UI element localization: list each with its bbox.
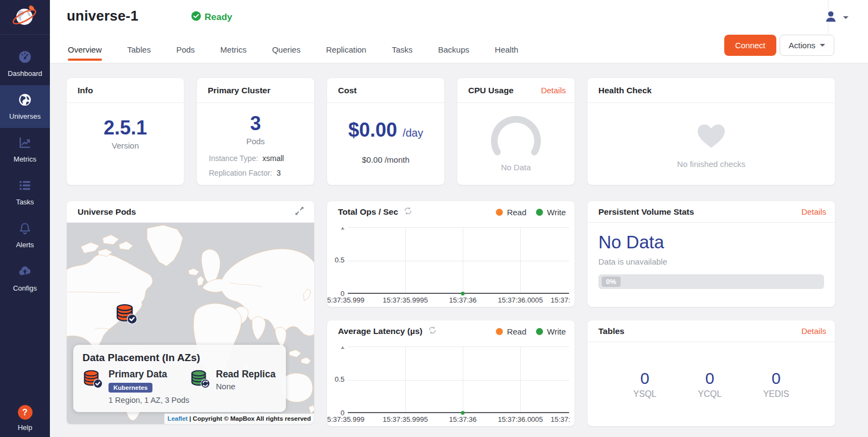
universe-pods-card: Universe Pods (67, 201, 314, 424)
replication-factor-label: Replication Factor: (209, 166, 272, 181)
write-series-dot-icon (536, 209, 543, 216)
sidebar-item-tasks[interactable]: Tasks (0, 171, 50, 214)
write-data-point (461, 411, 465, 415)
leaflet-link[interactable]: Leaflet (168, 415, 188, 422)
primary-cluster-map-marker[interactable] (114, 303, 138, 325)
info-card: Info 2.5.1 Version (67, 78, 184, 185)
y-tick-05: 0.5 (327, 375, 344, 383)
cost-card: Cost $0.00 /day $0.00 /month (327, 78, 444, 185)
tab-queries[interactable]: Queries (272, 40, 301, 63)
status-label: Ready (205, 12, 232, 23)
sidebar-item-alerts[interactable]: Alerts (0, 214, 50, 256)
primary-data-legend: Primary Data Kubernetes 1 Region, 1 AZ, … (82, 369, 190, 404)
cost-per-day-value: $0.00 (348, 119, 397, 141)
tab-pods[interactable]: Pods (176, 40, 195, 63)
persistent-volume-stats-card: Persistent Volume Stats Details No Data … (588, 201, 835, 307)
yedis-label: YEDIS (763, 389, 789, 399)
instance-type-label: Instance Type: (209, 151, 258, 166)
sidebar-item-label: Configs (13, 284, 37, 292)
question-icon (18, 405, 33, 420)
metrics-chart-icon (18, 136, 32, 152)
cpu-empty-text: No Data (501, 163, 531, 172)
average-latency-plot[interactable]: 1 0.5 0 5:37:35.999 15:37:35.9995 15:37:… (348, 346, 569, 413)
sidebar-item-metrics[interactable]: Metrics (0, 128, 50, 171)
x-tick: 15:37: (551, 296, 570, 304)
app-logo[interactable] (0, 0, 50, 35)
card-title: Universe Pods (78, 207, 136, 217)
tab-bar: Overview Tables Pods Metrics Queries Rep… (68, 40, 518, 63)
refresh-icon[interactable] (403, 206, 413, 218)
ycql-count: 0 (705, 369, 714, 388)
pvs-subtitle: Data is unavailable (598, 257, 824, 266)
total-ops-plot[interactable]: 1 0.5 0 5:37:35.999 15:37:35.9995 15:37:… (348, 227, 569, 294)
refresh-icon[interactable] (427, 325, 437, 337)
ysql-label: YSQL (633, 389, 656, 399)
actions-button[interactable]: Actions (780, 35, 834, 56)
tab-replication[interactable]: Replication (326, 40, 366, 63)
gauge-icon (18, 50, 32, 66)
ysql-stat: 0 YSQL (633, 369, 656, 399)
actions-button-label: Actions (789, 41, 815, 50)
status-badge: Ready (191, 11, 232, 23)
x-tick: 15:37: (551, 415, 570, 423)
gauge-arc-icon (481, 116, 551, 158)
tables-details-link[interactable]: Details (801, 326, 826, 336)
read-replica-legend: Read Replica None (190, 369, 276, 404)
expand-icon[interactable] (293, 205, 305, 219)
tab-overview[interactable]: Overview (68, 40, 102, 63)
y-tick-1: 1 (327, 346, 344, 351)
sidebar-item-universes[interactable]: Universes (0, 85, 50, 128)
x-tick: 15:37:35.9995 (383, 296, 428, 304)
cost-per-day-unit: /day (403, 127, 423, 139)
tab-backups[interactable]: Backups (438, 40, 470, 63)
pvs-progress-bar: 0% (598, 274, 824, 289)
legend-write: Write (536, 208, 566, 217)
tab-health[interactable]: Health (495, 40, 518, 63)
chart-legend: Read Write (496, 327, 566, 336)
map-attribution: Leaflet| Copyright © MapBox All rights r… (164, 414, 314, 424)
pods-label: Pods (246, 137, 265, 146)
tables-card: Tables Details 0 YSQL 0 YCQL 0 YEDIS (588, 320, 835, 426)
user-menu[interactable] (824, 9, 848, 26)
card-title: Cost (338, 86, 356, 95)
sidebar-item-label: Alerts (16, 241, 34, 249)
read-series-dot-icon (496, 328, 503, 335)
help-label: Help (18, 423, 33, 432)
connect-button[interactable]: Connect (724, 35, 776, 56)
card-title: Primary Cluster (208, 86, 270, 95)
x-tick: 15:37:36 (449, 415, 477, 423)
pvs-no-data-value: No Data (598, 232, 824, 253)
sidebar-item-label: Tasks (16, 198, 34, 206)
primary-data-label: Primary Data (108, 369, 189, 380)
write-series-dot-icon (536, 328, 543, 335)
read-series-dot-icon (496, 209, 503, 216)
average-latency-card: Average Latency (µs) Read (327, 320, 575, 426)
write-data-point (461, 292, 465, 295)
tab-tables[interactable]: Tables (127, 40, 151, 63)
sidebar-item-configs[interactable]: Configs (0, 256, 50, 299)
health-check-card: Health Check No finished checks (588, 78, 835, 185)
pvs-details-link[interactable]: Details (801, 207, 826, 216)
page-title: universe-1 (67, 8, 138, 24)
world-map[interactable]: Data Placement (In AZs) (67, 223, 314, 424)
cpu-details-link[interactable]: Details (541, 86, 566, 95)
ycql-label: YCQL (698, 389, 722, 399)
card-title: Total Ops / Sec (338, 207, 398, 217)
read-replica-summary: None (216, 382, 276, 391)
pods-count: 3 (250, 113, 261, 134)
sidebar-item-label: Universes (9, 112, 41, 120)
legend-read: Read (496, 327, 526, 336)
x-tick: 15:37:36.0005 (498, 415, 543, 423)
yedis-count: 0 (771, 369, 781, 388)
tab-metrics[interactable]: Metrics (220, 40, 246, 63)
primary-data-summary: 1 Region, 1 AZ, 3 Pods (108, 396, 189, 404)
sidebar-item-help[interactable]: Help (0, 405, 50, 432)
chevron-down-icon (843, 16, 848, 22)
sidebar-item-dashboard[interactable]: Dashboard (0, 42, 50, 85)
card-title: Tables (598, 326, 624, 336)
chart-legend: Read Write (496, 208, 566, 217)
database-primary-icon (82, 369, 103, 404)
overview-content: Info 2.5.1 Version Primary Cluster 3 Pod… (50, 63, 868, 437)
tab-tasks[interactable]: Tasks (392, 40, 412, 63)
globe-icon (18, 93, 32, 109)
